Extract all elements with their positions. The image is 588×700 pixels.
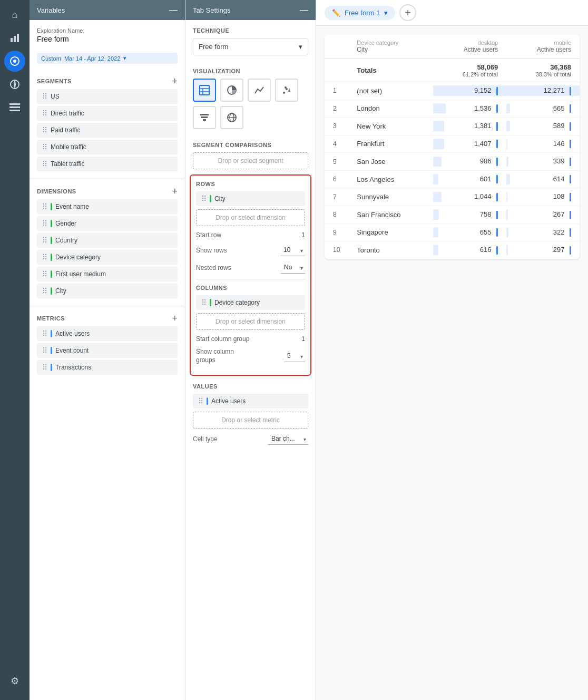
table-row: 7 Sunnyvale 1,044 108 [325,188,580,206]
metric-event-count[interactable]: ⠿Event count [37,343,178,358]
row-mobile: 322 [506,223,580,241]
segment-direct-traffic[interactable]: ⠿Direct traffic [37,106,178,121]
segment-us[interactable]: ⠿US [37,89,178,104]
technique-dropdown[interactable]: Free form ▾ [193,38,308,55]
svg-point-14 [283,92,285,94]
mobile-total: 36,368 38.3% of total [506,59,580,82]
data-table-container: Device category City desktop Active user… [316,26,588,700]
row-rank: 3 [325,118,348,135]
nav-list[interactable] [4,97,25,118]
row-rank: 2 [325,100,348,118]
viz-line-btn[interactable] [248,79,271,102]
device-category-label: Device category [357,40,425,46]
dim-first-user-medium[interactable]: ⠿First user medium [37,267,178,281]
date-value: Mar 14 - Apr 12, 2022 [64,55,120,62]
metric-transactions[interactable]: ⠿Transactions [37,360,178,375]
cell-type-label: Cell type [193,435,218,443]
chevron-down-icon: ▾ [123,55,126,62]
metric-active-users[interactable]: ⠿Active users [37,326,178,341]
row-city: London [348,100,433,118]
columns-device-item[interactable]: ⠿ Device category [196,295,305,310]
drag-icon: ⠿ [42,126,47,134]
table-row: 10 Toronto 616 297 [325,241,580,259]
dim-country[interactable]: ⠿Country [37,233,178,248]
viz-scatter-btn[interactable] [275,79,298,102]
add-segment-btn[interactable]: + [172,76,178,86]
nav-target[interactable] [4,74,25,95]
add-metric-btn[interactable]: + [172,314,178,323]
row-city: (not set) [348,82,433,100]
cell-type-select-wrapper: Bar ch...Plain textHeatmap [268,433,308,445]
viz-pie-btn[interactable] [220,79,243,102]
totals-row: Totals 58,069 61.2% of total 36,368 38.3… [325,59,580,82]
row-desktop: 758 [433,206,506,223]
segment-tablet-traffic[interactable]: ⠿Tablet traffic [37,157,178,171]
dim-city[interactable]: ⠿City [37,284,178,298]
table-row: 3 New York 1,381 589 [325,118,580,135]
viz-funnel-btn[interactable] [193,106,216,129]
tab-name: Free form 1 [345,9,380,17]
row-mobile: 589 [506,118,580,135]
show-column-groups-row: Show column groups 51015 [196,348,305,364]
green-bar [51,254,52,261]
blue-bar [51,330,52,337]
row-desktop: 616 [433,241,506,259]
svg-rect-22 [203,119,206,121]
drag-icon: ⠿ [42,160,47,168]
rows-columns-box: ROWS ⠿ City Drop or select dimension Sta… [190,174,311,376]
drop-column-dimension-zone[interactable]: Drop or select dimension [196,313,305,330]
data-table: Device category City desktop Active user… [325,34,580,259]
add-tab-btn[interactable]: + [399,4,416,21]
nested-rows-row: Nested rows NoYes [196,261,305,274]
cell-type-select[interactable]: Bar ch...Plain textHeatmap [268,433,308,445]
svg-rect-9 [200,85,209,95]
edit-icon: ✏️ [332,9,340,17]
rows-city-item[interactable]: ⠿ City [196,191,305,206]
nav-home[interactable]: ⌂ [4,4,25,25]
drop-metric-zone[interactable]: Drop or select metric [193,412,308,429]
nested-rows-select[interactable]: NoYes [281,261,305,274]
nav-chart[interactable] [4,27,25,48]
variables-collapse-btn[interactable]: — [169,5,178,15]
viz-map-btn[interactable] [220,106,243,129]
drop-segment-zone[interactable]: Drop or select segment [193,152,308,169]
tab-free-form-1[interactable]: ✏️ Free form 1 ▾ [325,6,395,20]
segment-paid-traffic[interactable]: ⠿Paid traffic [37,123,178,138]
drag-icon: ⠿ [201,298,207,307]
settings-collapse-btn[interactable]: — [300,5,308,15]
green-bar [51,237,52,244]
drag-icon: ⠿ [198,397,203,405]
technique-label: TECHNIQUE [193,27,308,34]
date-range-badge[interactable]: Custom Mar 14 - Apr 12, 2022 ▾ [37,53,178,64]
show-column-groups-label: Show column groups [196,348,249,364]
viz-grid [193,79,308,129]
row-city: Frankfurt [348,135,433,153]
dim-event-name[interactable]: ⠿Event name [37,199,178,214]
col-header-desktop: desktop Active users [433,34,506,59]
settings-icon[interactable]: ⚙ [4,670,25,692]
drop-dimension-zone[interactable]: Drop or select dimension [196,209,305,226]
visualization-label: VISUALIZATION [193,68,308,74]
table-row: 6 Los Angeles 601 614 [325,170,580,188]
segment-mobile-traffic[interactable]: ⠿Mobile traffic [37,140,178,154]
table-row: 2 London 1,536 565 [325,100,580,118]
drag-icon: ⠿ [42,143,47,151]
add-dimension-btn[interactable]: + [172,187,178,196]
rows-city-label: City [214,195,226,202]
nav-explore[interactable] [4,51,25,72]
nested-rows-select-wrapper: NoYes [281,261,305,274]
table-row: 1 (not set) 9,152 12,271 [325,82,580,100]
svg-rect-6 [9,103,20,105]
row-rank: 1 [325,82,348,100]
row-rank: 6 [325,170,348,188]
row-mobile: 614 [506,170,580,188]
dim-device-category[interactable]: ⠿Device category [37,250,178,265]
start-row-row: Start row 1 [196,231,305,239]
show-column-groups-select[interactable]: 51015 [284,350,305,362]
viz-table-btn[interactable] [193,79,216,102]
show-rows-select[interactable]: 102550100 [280,244,305,256]
values-active-users-item[interactable]: ⠿ Active users [193,394,308,409]
dim-gender[interactable]: ⠿Gender [37,216,178,231]
start-row-label: Start row [196,231,221,239]
table-row: 4 Frankfurt 1,407 146 [325,135,580,153]
